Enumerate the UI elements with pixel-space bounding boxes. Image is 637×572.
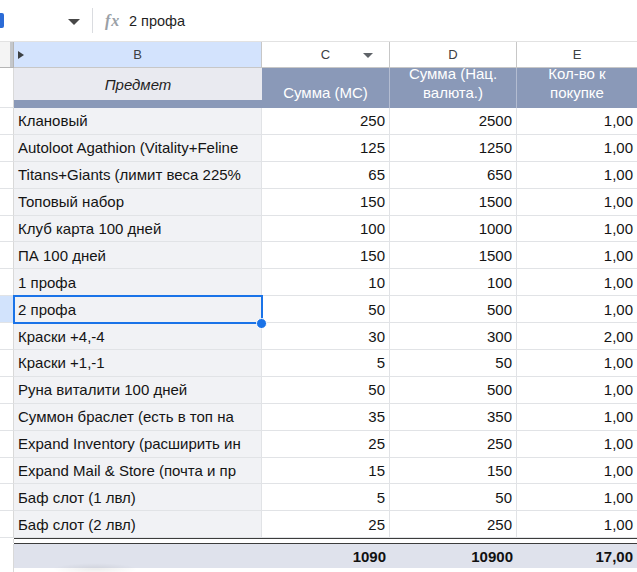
row-header-stub[interactable] [0,242,14,269]
cell-qty[interactable]: 1,00 [517,511,637,538]
cell-sum-mc[interactable]: 65 [262,162,390,189]
cell-sum-mc[interactable]: 50 [262,377,390,404]
row-header-stub[interactable] [0,296,14,323]
cell-item[interactable]: Expand Mail & Store (почта и пр [14,458,262,485]
row-header-stub[interactable] [0,108,14,135]
cell-item[interactable]: 2 профа [14,296,262,323]
cell-qty[interactable]: 1,00 [517,458,637,485]
cell-sum-mc[interactable]: 125 [262,135,390,162]
cell-sum-nat[interactable]: 500 [390,377,517,404]
row-header-stub[interactable] [0,544,14,568]
cell-sum-mc[interactable]: 100 [262,216,390,243]
fill-handle[interactable] [256,318,267,329]
cell-qty[interactable]: 1,00 [517,108,637,135]
cell-sum-mc[interactable]: 150 [262,242,390,269]
cell-sum-nat[interactable]: 50 [390,484,517,511]
cell-sum-nat[interactable]: 1500 [390,242,517,269]
cell-sum-mc[interactable]: 35 [262,404,390,431]
cell-sum-nat[interactable]: 50 [390,350,517,377]
cell-sum-nat[interactable]: 100 [390,269,517,296]
cell-item[interactable]: Клановый [14,108,262,135]
cell-item[interactable]: Краски +4,-4 [14,323,262,350]
cell-sum-nat[interactable]: 150 [390,458,517,485]
row-header-stub[interactable] [0,431,14,458]
row-header-stub[interactable] [0,350,14,377]
header-cell-sum-mc[interactable]: Сумма (МС) [262,68,390,108]
cell-item[interactable]: Баф слот (1 лвл) [14,484,262,511]
hidden-column-expand-icon[interactable] [18,51,24,59]
row-header-stub[interactable] [0,162,14,189]
cell-qty[interactable]: 1,00 [517,377,637,404]
row-header-stub[interactable] [0,68,14,108]
cell-qty[interactable]: 2,00 [517,323,637,350]
column-header-e[interactable]: E [517,42,637,68]
row-header-stub[interactable] [0,269,14,296]
cell-item[interactable]: Руна виталити 100 дней [14,377,262,404]
header-cell-qty[interactable]: Кол-во к покупке [517,68,637,108]
cell-sum-nat[interactable]: 250 [390,511,517,538]
column-header-b[interactable]: B [14,42,262,68]
cell-qty[interactable]: 1,00 [517,242,637,269]
row-header-stub[interactable] [0,458,14,485]
cell-item[interactable]: Expand Inventory (расширить ин [14,431,262,458]
cell-qty[interactable]: 1,00 [517,350,637,377]
cell-sum-mc[interactable]: 150 [262,189,390,216]
cell-qty[interactable]: 1,00 [517,431,637,458]
total-sum-nat-cell[interactable]: 10900 [390,544,517,568]
cell-sum-nat[interactable]: 2500 [390,108,517,135]
row-header-stub[interactable] [0,377,14,404]
row-header-stub[interactable] [0,216,14,243]
row-header-stub[interactable] [0,511,14,538]
cell-sum-nat[interactable]: 1500 [390,189,517,216]
cell-qty[interactable]: 1,00 [517,189,637,216]
cell-sum-mc[interactable]: 30 [262,323,390,350]
cell-sum-mc[interactable]: 50 [262,296,390,323]
cell-item[interactable]: ПА 100 дней [14,242,262,269]
cell-sum-nat[interactable]: 250 [390,431,517,458]
cell-item[interactable]: Баф слот (2 лвл) [14,511,262,538]
column-header-c[interactable]: C [262,42,390,68]
total-sum-mc-cell[interactable]: 1090 [262,544,390,568]
row-header-stub[interactable] [0,484,14,511]
header-cell-sum-nat[interactable]: Сумма (Нац. валюта.) [390,68,517,108]
cell-sum-nat[interactable]: 1250 [390,135,517,162]
cell-sum-nat[interactable]: 650 [390,162,517,189]
name-box-dropdown-icon[interactable] [68,19,80,25]
cell-sum-nat[interactable]: 350 [390,404,517,431]
cell-sum-mc[interactable]: 25 [262,431,390,458]
cell-sum-mc[interactable]: 10 [262,269,390,296]
cell-item[interactable]: 1 профа [14,269,262,296]
cell-qty[interactable]: 1,00 [517,484,637,511]
cell-sum-nat[interactable]: 1000 [390,216,517,243]
row-header-stub[interactable] [0,323,14,350]
cell-sum-mc[interactable]: 5 [262,484,390,511]
row-header-stub[interactable] [0,189,14,216]
column-header-d[interactable]: D [390,42,517,68]
cell-item[interactable]: Суммон браслет (есть в топ на [14,404,262,431]
cell-qty[interactable]: 1,00 [517,404,637,431]
cell-sum-mc[interactable]: 15 [262,458,390,485]
cell-sum-mc[interactable]: 25 [262,511,390,538]
cell-sum-mc[interactable]: 250 [262,108,390,135]
total-qty-cell[interactable]: 17,00 [517,544,637,568]
cell-sum-nat[interactable]: 300 [390,323,517,350]
cell-item[interactable]: Autoloot Agathion (Vitality+Feline [14,135,262,162]
cell-item[interactable]: Топовый набор [14,189,262,216]
cell-qty[interactable]: 1,00 [517,296,637,323]
cell-sum-nat[interactable]: 500 [390,296,517,323]
cell-qty[interactable]: 1,00 [517,162,637,189]
cell-qty[interactable]: 1,00 [517,135,637,162]
cell-sum-mc[interactable]: 5 [262,350,390,377]
row-header-stub[interactable] [0,135,14,162]
header-qty-label: Кол-во к покупке [525,68,629,102]
data-rows: Клановый25025001,00Autoloot Agathion (Vi… [0,108,637,538]
row-header-stub[interactable] [0,404,14,431]
cell-item[interactable]: Краски +1,-1 [14,350,262,377]
cell-item[interactable]: Клуб карта 100 дней [14,216,262,243]
formula-input[interactable]: 2 профа [129,13,185,29]
cell-qty[interactable]: 1,00 [517,216,637,243]
cell-qty[interactable]: 1,00 [517,269,637,296]
column-c-dropdown-icon[interactable] [363,52,373,57]
header-cell-item[interactable]: Предмет [14,68,262,108]
cell-item[interactable]: Titans+Giants (лимит веса 225% [14,162,262,189]
